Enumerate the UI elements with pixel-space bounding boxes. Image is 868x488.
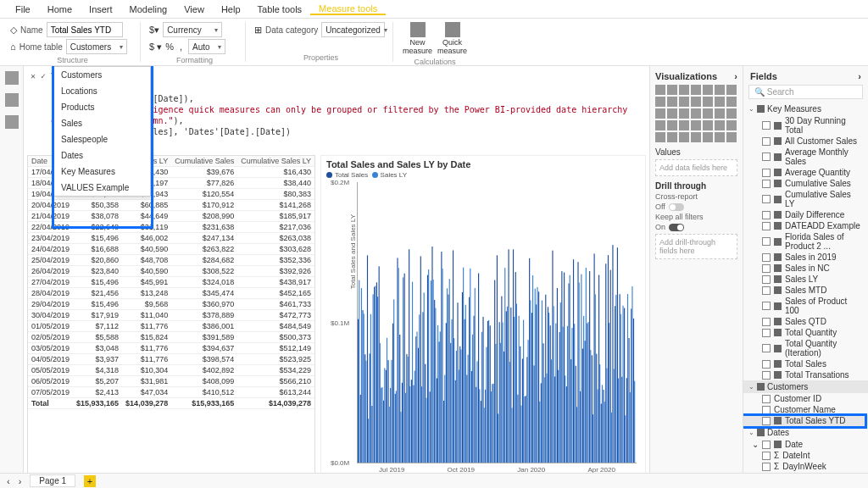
table-row[interactable]: 26/04/2019$23,840$40,590$308,522$392,926: [28, 266, 314, 277]
field-item[interactable]: DATEADD Example: [743, 220, 868, 231]
home-table-dropdown-list[interactable]: Customers Locations Products Sales Sales…: [53, 66, 151, 197]
currency-button[interactable]: $ ▾: [149, 42, 162, 53]
table-row[interactable]: 20/04/2019$50,358$60,885$170,912$141,268: [28, 200, 314, 211]
table-row[interactable]: 23/04/2019$15,496$46,002$247,134$263,038: [28, 233, 314, 244]
table-row[interactable]: 07/05/2019$2,413$47,034$410,512$613,244: [28, 387, 314, 398]
table-dates[interactable]: ⌄Dates: [743, 426, 868, 439]
field-item[interactable]: Daily Difference: [743, 209, 868, 220]
field-item[interactable]: ⌄Date: [743, 439, 868, 450]
report-view-icon[interactable]: [5, 71, 19, 85]
next-page-icon[interactable]: ›: [19, 476, 22, 486]
menu-home[interactable]: Home: [39, 4, 81, 14]
menu-measure-tools[interactable]: Measure tools: [310, 3, 386, 15]
field-item[interactable]: All Customer Sales: [743, 136, 868, 147]
table-row[interactable]: 30/04/2019$17,919$11,040$378,889$472,773: [28, 310, 314, 321]
percent-button[interactable]: %: [165, 42, 174, 52]
svg-rect-1: [359, 280, 359, 463]
page-tab[interactable]: Page 1: [30, 474, 75, 487]
field-item[interactable]: Cumulative Sales LY: [743, 189, 868, 209]
table-row[interactable]: 06/05/2019$5,207$31,981$408,099$566,210: [28, 376, 314, 387]
table-row[interactable]: 27/04/2019$15,496$45,991$324,018$438,917: [28, 277, 314, 288]
field-item[interactable]: Florida Sales of Product 2 ...: [743, 231, 868, 252]
field-item[interactable]: Σ DayInWeek: [743, 461, 868, 472]
cross-report-toggle[interactable]: [669, 203, 684, 211]
svg-rect-43: [407, 357, 408, 463]
data-category-dropdown[interactable]: Uncategorized▾: [321, 22, 385, 37]
svg-rect-94: [466, 374, 467, 463]
dropdown-item[interactable]: VALUES Example: [54, 180, 150, 196]
field-item[interactable]: Sales in NC: [743, 263, 868, 274]
field-item[interactable]: Total Quantity (Iteration): [743, 338, 868, 358]
dropdown-item[interactable]: Customers: [54, 67, 150, 83]
field-item[interactable]: Total Transations: [743, 369, 868, 380]
quick-measure-button[interactable]: Quick measure: [437, 22, 468, 56]
svg-rect-198: [587, 324, 587, 463]
table-row[interactable]: 29/04/2019$15,496$9,568$360,970$461,733: [28, 299, 314, 310]
field-item[interactable]: Sales QTD: [743, 316, 868, 327]
svg-rect-66: [434, 300, 435, 463]
menu-modeling[interactable]: Modeling: [121, 4, 176, 14]
values-dropzone[interactable]: Add data fields here: [655, 159, 737, 176]
field-item[interactable]: Customer Name: [743, 404, 868, 415]
chart-bar[interactable]: Total Sales and Sales LY by Date Total S…: [320, 155, 646, 473]
table-key-measures[interactable]: ⌄Key Measures: [743, 103, 868, 115]
chevron-right-icon[interactable]: ›: [734, 71, 737, 81]
field-item[interactable]: Cumulative Sales: [743, 178, 868, 189]
table-row[interactable]: 22/04/2019$22,648$31,119$231,638$217,036: [28, 222, 314, 233]
viz-gallery[interactable]: [655, 85, 737, 142]
table-customers[interactable]: ⌄Customers: [743, 380, 868, 393]
field-item[interactable]: Customer ID: [743, 393, 868, 404]
menu-help[interactable]: Help: [213, 4, 249, 14]
data-view-icon[interactable]: [5, 93, 19, 107]
field-item[interactable]: Total Quantity: [743, 327, 868, 338]
page-tabs: ‹ › Page 1 +: [0, 473, 868, 488]
table-row[interactable]: 03/05/2019$3,048$11,776$394,637$512,149: [28, 343, 314, 354]
table-row[interactable]: 02/05/2019$5,588$15,824$391,589$500,373: [28, 332, 314, 343]
keep-filters-toggle[interactable]: [669, 224, 684, 231]
fields-search[interactable]: 🔍 Search: [748, 85, 863, 99]
decimals-dropdown[interactable]: Auto▾: [188, 39, 225, 54]
menu-insert[interactable]: Insert: [81, 4, 121, 14]
menu-table-tools[interactable]: Table tools: [249, 4, 311, 14]
thousands-button[interactable]: ,: [180, 42, 182, 52]
field-item[interactable]: Σ DateInt: [743, 450, 868, 461]
table-row[interactable]: 05/05/2019$4,318$10,304$402,892$534,229: [28, 365, 314, 376]
table-row[interactable]: 21/04/2019$38,078$44,649$208,990$185,917: [28, 211, 314, 222]
home-table-dropdown[interactable]: Customers▾: [66, 39, 127, 54]
measure-name-input[interactable]: [47, 22, 123, 37]
field-item[interactable]: Σ DayOfMonth: [743, 472, 868, 473]
new-measure-button[interactable]: New measure: [402, 22, 433, 56]
dropdown-item[interactable]: Salespeople: [54, 131, 150, 147]
dropdown-item[interactable]: Dates: [54, 147, 150, 164]
dropdown-item[interactable]: Key Measures: [54, 164, 150, 180]
field-item[interactable]: Sales MTD: [743, 285, 868, 296]
table-row[interactable]: 01/05/2019$7,112$11,776$386,001$484,549: [28, 321, 314, 332]
field-item[interactable]: Sales of Product 100: [743, 296, 868, 316]
format-dropdown[interactable]: Currency▾: [163, 22, 222, 37]
menu-view[interactable]: View: [175, 4, 213, 14]
dropdown-item[interactable]: Products: [54, 99, 150, 115]
field-item[interactable]: Average Quantity: [743, 167, 868, 178]
field-item[interactable]: Sales LY: [743, 274, 868, 285]
table-row[interactable]: 24/04/2019$16,688$40,590$263,822$303,628: [28, 244, 314, 255]
chevron-right-icon[interactable]: ›: [858, 71, 861, 81]
field-list[interactable]: ⌄Key Measures 30 Day Running TotalAll Cu…: [743, 103, 868, 473]
chevron-down-icon: ▾: [120, 43, 123, 51]
table-row[interactable]: 28/04/2019$21,456$13,248$345,474$452,165: [28, 288, 314, 299]
drillthrough-dropzone[interactable]: Add drill-through fields here: [655, 234, 737, 259]
field-total-sales-ytd[interactable]: Total Sales YTD: [743, 415, 868, 426]
fields-panel: Fields› 🔍 Search ⌄Key Measures 30 Day Ru…: [743, 66, 868, 473]
field-item[interactable]: Average Monthly Sales: [743, 147, 868, 167]
field-item[interactable]: Total Sales: [743, 358, 868, 369]
dropdown-item[interactable]: Sales: [54, 115, 150, 131]
menu-file[interactable]: File: [7, 4, 39, 14]
table-row[interactable]: 04/05/2019$3,937$11,776$398,574$523,925: [28, 354, 314, 365]
field-item[interactable]: Sales in 2019: [743, 252, 868, 263]
add-page-button[interactable]: +: [84, 475, 96, 487]
data-table[interactable]: DateSalesSales LYCumulative SalesCumulat…: [27, 155, 315, 473]
dropdown-item[interactable]: Locations: [54, 83, 150, 99]
prev-page-icon[interactable]: ‹: [7, 476, 10, 486]
field-item[interactable]: 30 Day Running Total: [743, 115, 868, 136]
table-row[interactable]: 25/04/2019$20,860$48,708$284,682$352,336: [28, 255, 314, 266]
model-view-icon[interactable]: [5, 115, 19, 129]
